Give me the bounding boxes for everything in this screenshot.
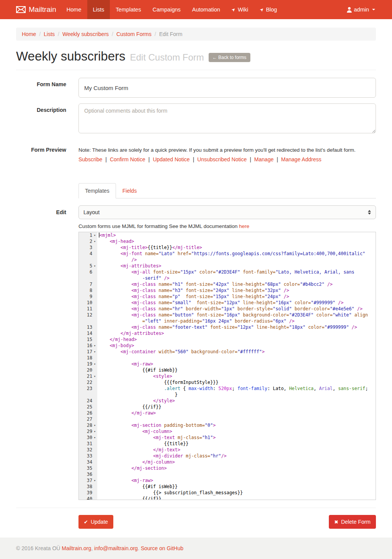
fold-toggle-icon[interactable]: ▾ xyxy=(92,238,97,244)
line-number-gutter: 23 xyxy=(79,385,97,392)
line-number-gutter xyxy=(79,257,97,263)
breadcrumb-item-lists[interactable]: Lists xyxy=(36,31,55,37)
edit-template-select[interactable]: Layout xyxy=(78,205,376,219)
code-line: 4 <mj-font name="Lato" href="https://fon… xyxy=(79,251,376,257)
line-number-gutter: 7 xyxy=(79,281,97,287)
back-to-forms-label: Back to forms xyxy=(218,55,246,60)
fold-toggle-icon[interactable]: ▾ xyxy=(92,263,97,269)
line-number-gutter: 16▾ xyxy=(79,343,97,349)
fold-toggle-icon[interactable]: ▾ xyxy=(92,232,97,238)
code-line: 28▾ <mj-section padding-bottom="0"> xyxy=(79,422,376,428)
preview-link-manage-address[interactable]: Manage Address xyxy=(274,156,322,162)
mjml-doc-link[interactable]: here xyxy=(239,223,249,229)
code-line: 35 </mj-section> xyxy=(79,465,376,471)
breadcrumb: HomeListsWeekly subscribersCustom FormsE… xyxy=(16,28,376,41)
fold-toggle-icon[interactable]: ▾ xyxy=(92,349,97,355)
breadcrumb-item-custom-forms[interactable]: Custom Forms xyxy=(109,31,152,37)
line-number-gutter xyxy=(79,392,97,398)
user-menu[interactable]: admin xyxy=(346,0,376,19)
delete-form-button[interactable]: ✖Delete Form xyxy=(329,515,376,529)
line-number-gutter: 21▾ xyxy=(79,373,97,379)
code-line: 12 <mj-class name="button" font-size="16… xyxy=(79,312,376,318)
code-line: 8 <mj-class name="h3" font-size="24px" l… xyxy=(79,287,376,293)
nav-item-home[interactable]: Home xyxy=(61,0,87,19)
code-line: 2▾ <mj-head> xyxy=(79,238,376,244)
tab-fields[interactable]: Fields xyxy=(116,183,143,198)
delete-form-label: Delete Form xyxy=(341,519,371,525)
fold-toggle-icon[interactable]: ▾ xyxy=(92,422,97,428)
breadcrumb-item-edit-form: Edit Form xyxy=(152,31,183,37)
nav-item-wiki[interactable]: ➤Wiki xyxy=(226,0,254,19)
line-number-gutter: 25 xyxy=(79,404,97,410)
code-editor[interactable]: 1▾<mjml>2▾ <mj-head>3 <mj-title>{{title}… xyxy=(78,232,376,500)
line-number-gutter: 8 xyxy=(79,287,97,293)
nav-item-blog[interactable]: ➤Blog xyxy=(254,0,283,19)
footer-link-info-mailtrain-org[interactable]: info@mailtrain.org xyxy=(94,545,138,551)
fold-toggle-icon[interactable]: ▾ xyxy=(92,434,97,441)
nav-item-templates[interactable]: Templates xyxy=(110,0,147,19)
code-line: 40 {{/if}} xyxy=(79,496,376,500)
line-number-gutter xyxy=(79,275,97,281)
form-name-label: Form Name xyxy=(16,78,66,98)
line-number-gutter: 32 xyxy=(79,447,97,453)
nav-item-campaigns[interactable]: Campaigns xyxy=(147,0,186,19)
line-number-gutter: 40 xyxy=(79,496,97,500)
footer-link-source-on-github[interactable]: Source on GitHub xyxy=(141,545,183,551)
line-number-gutter: 18 xyxy=(79,355,97,361)
breadcrumb-item-home[interactable]: Home xyxy=(22,31,36,37)
preview-link-updated-notice[interactable]: Updated Notice xyxy=(145,156,190,162)
code-line: 15 </mj-head> xyxy=(79,336,376,343)
nav-menu: HomeListsTemplatesCampaignsAutomation➤Wi… xyxy=(61,0,283,19)
brand-logo[interactable]: Mailtrain xyxy=(16,0,61,19)
fold-toggle-icon[interactable]: ▾ xyxy=(92,477,97,484)
preview-link-unsubscribed-notice[interactable]: Unsubscribed Notice xyxy=(190,156,247,162)
edit-label: Edit xyxy=(16,205,66,219)
code-line: /> xyxy=(79,257,376,263)
breadcrumb-item-weekly-subscribers[interactable]: Weekly subscribers xyxy=(55,31,109,37)
code-line: 34 </mj-column> xyxy=(79,459,376,465)
form-name-input[interactable] xyxy=(78,78,376,98)
nav-item-lists[interactable]: Lists xyxy=(87,0,110,19)
code-line: 39 {{> subscription_flash_messages}} xyxy=(79,490,376,496)
code-line: 29▾ <mj-column> xyxy=(79,428,376,434)
code-line: 25 {{/if}} xyxy=(79,404,376,410)
fold-toggle-icon[interactable]: ▾ xyxy=(92,428,97,434)
edit-row: Edit Layout xyxy=(16,205,376,219)
code-line: 27 xyxy=(79,416,376,422)
code-line: } xyxy=(79,392,376,398)
line-number-gutter: 27 xyxy=(79,416,97,422)
form-preview-row: Form Preview Note: These links are solel… xyxy=(16,144,376,162)
description-textarea[interactable] xyxy=(78,103,376,133)
mjml-note: Custom forms use MJML for formatting See… xyxy=(78,223,376,229)
preview-link-subscribe[interactable]: Subscribe xyxy=(78,156,102,162)
code-line: 3 <mj-title>{{title}}</mj-title> xyxy=(79,244,376,251)
code-line: 7 <mj-class name="h1" font-size="42px" l… xyxy=(79,281,376,287)
footer-copyright: © 2016 Kreata OÜ xyxy=(16,545,62,551)
fold-toggle-icon[interactable]: ▾ xyxy=(92,373,97,379)
line-number-gutter: 11 xyxy=(79,306,97,312)
preview-link-confirm-notice[interactable]: Confirm Notice xyxy=(102,156,145,162)
tab-templates[interactable]: Templates xyxy=(78,183,116,198)
nav-item-label: Campaigns xyxy=(152,7,180,13)
code-line: -serif" /> xyxy=(79,275,376,281)
fold-toggle-icon[interactable]: ▾ xyxy=(92,343,97,349)
back-to-forms-button[interactable]: ← Back to forms xyxy=(209,53,250,62)
nav-item-label: Wiki xyxy=(238,7,248,13)
nav-item-automation[interactable]: Automation xyxy=(186,0,226,19)
navbar: Mailtrain HomeListsTemplatesCampaignsAut… xyxy=(0,0,392,19)
page-header: Weekly subscribers Edit Custom Form ← Ba… xyxy=(16,49,376,64)
nav-item-label: Templates xyxy=(116,7,141,13)
x-icon: ✖ xyxy=(334,519,338,525)
fold-toggle-icon[interactable]: ▾ xyxy=(92,361,97,367)
code-line: 18 xyxy=(79,355,376,361)
update-button[interactable]: ✔Update xyxy=(78,515,113,529)
preview-link-manage[interactable]: Manage xyxy=(247,156,273,162)
footer-link-mailtrain-org[interactable]: Mailtrain.org xyxy=(62,545,91,551)
actions-bar: ✔Update ✖Delete Form xyxy=(16,515,376,529)
line-number-gutter: 30▾ xyxy=(79,434,97,441)
line-number-gutter: 12 xyxy=(79,312,97,318)
edit-template-selected-value: Layout xyxy=(83,209,100,215)
tab-bar: TemplatesFields xyxy=(78,183,376,198)
footer-copyright: , xyxy=(91,545,94,551)
line-number-gutter: 39 xyxy=(79,490,97,496)
